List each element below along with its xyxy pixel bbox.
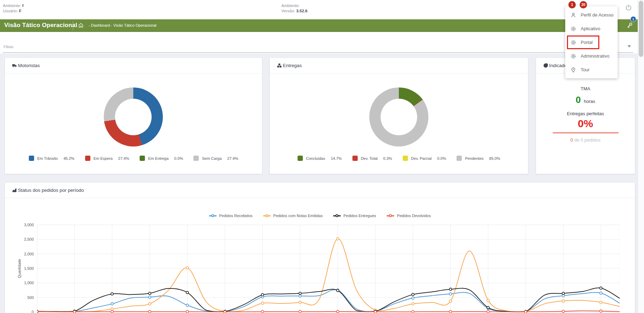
- legend-swatch: [457, 156, 462, 161]
- legend-percent: 14.7%: [331, 156, 342, 161]
- entregas-title: Entregas: [283, 58, 302, 73]
- user-value: F: [19, 9, 21, 13]
- branch-select-underline[interactable]: [3, 52, 633, 53]
- legend-percent: 0.0%: [437, 156, 446, 161]
- settings-dropdown-menu: Perfil de AcessoAplicativoPortalAdminist…: [565, 6, 618, 78]
- branch-select-label: Filiais: [4, 45, 13, 49]
- legend-item: Em Entrega0.0%: [140, 156, 183, 161]
- legend-swatch: [352, 156, 358, 161]
- perfect-deliveries-value: 0%: [536, 118, 635, 130]
- y-axis-tick: 0: [13, 310, 34, 313]
- menu-item-aplicativo[interactable]: Aplicativo: [565, 22, 618, 35]
- dashboard-page: Ambiente: f Usuário: F Ambiente: Versão:…: [0, 0, 644, 313]
- legend-percent: 45.2%: [63, 156, 74, 161]
- donut-hole: [381, 99, 417, 135]
- legend-item: Em Trânsito45.2%: [29, 156, 75, 161]
- pie-icon: [543, 63, 548, 68]
- person-icon: [570, 12, 576, 18]
- indicadores-body: TMA 0 horas Entregas perfeitas 0% 0 de 0…: [536, 73, 635, 143]
- pin-icon: [570, 67, 576, 73]
- chart-legend-item[interactable]: Pedidos Entregues: [333, 214, 376, 218]
- legend-percent: 0.3%: [383, 156, 392, 161]
- legend-swatch: [140, 156, 145, 161]
- menu-item-label: Perfil de Acesso: [581, 12, 613, 18]
- chart-legend-item[interactable]: Pedidos Devolvidos: [387, 214, 431, 218]
- menu-item-label: Administrativo: [581, 53, 610, 59]
- notification-badge-2[interactable]: 20: [580, 1, 587, 8]
- menu-item-tour[interactable]: Tour: [565, 63, 618, 77]
- chart-card-header: Status dos pedidos por período: [5, 183, 635, 198]
- legend-item: Dev. Parcial0.0%: [403, 156, 446, 161]
- orders-count: 0 de 0 pedidos: [536, 137, 635, 143]
- chart-legend-item[interactable]: Pedidos com Notas Emitidas: [263, 214, 323, 218]
- legend-swatch: [29, 156, 34, 161]
- legend-item: Concluidas14.7%: [298, 156, 342, 161]
- entregas-donut-chart: [369, 87, 428, 146]
- entregas-card-header: Entregas: [270, 58, 528, 73]
- series-label: Pedidos Entregues: [343, 214, 376, 218]
- logout-icon[interactable]: [625, 5, 632, 11]
- motoristas-legend: Em Trânsito45.2%Em Espera27.4%Em Entrega…: [5, 156, 262, 161]
- motoristas-title: Motoristas: [18, 58, 40, 73]
- tma-unit: horas: [584, 99, 595, 104]
- gear-icon: [570, 53, 576, 59]
- legend-item: Em Espera27.4%: [85, 156, 129, 161]
- legend-swatch: [298, 156, 303, 161]
- motoristas-card-header: Motoristas: [5, 58, 262, 73]
- legend-swatch: [85, 156, 90, 161]
- series-marker-icon: [333, 214, 341, 217]
- key-icon[interactable]: [626, 22, 633, 29]
- truck-icon: [12, 63, 17, 68]
- legend-item: Dev. Total0.3%: [352, 156, 392, 161]
- chart-legend-item[interactable]: Pedidos Recebidos: [209, 214, 253, 218]
- page-title: Visão Tático Operacional: [4, 22, 77, 29]
- tma-label: TMA: [536, 86, 635, 91]
- chart-icon: [12, 188, 17, 193]
- line-chart: [37, 222, 620, 313]
- y-axis-tick: 2,500: [13, 237, 34, 241]
- series-label: Pedidos Devolvidos: [397, 214, 431, 218]
- boxes-icon: [277, 63, 282, 68]
- entregas-legend: Concluidas14.7%Dev. Total0.3%Dev. Parcia…: [270, 156, 528, 161]
- orders-status-chart-card: Status dos pedidos por período Pedidos R…: [5, 183, 635, 313]
- notification-badge-1[interactable]: 1: [568, 1, 576, 8]
- menu-item-portal[interactable]: Portal: [565, 35, 618, 49]
- y-axis-tick: 2,000: [13, 252, 34, 256]
- legend-label: Pendentes: [465, 156, 484, 161]
- menu-item-perfil-de-acesso[interactable]: Perfil de Acesso: [565, 8, 618, 22]
- entregas-card: Entregas Concluidas14.7%Dev. Total0.3%De…: [270, 58, 528, 174]
- legend-item: Sem Carga27.4%: [193, 156, 238, 161]
- y-axis-tick: 1,000: [13, 281, 34, 285]
- tma-value: 0: [576, 94, 581, 105]
- donut-hole: [115, 99, 152, 135]
- perfect-deliveries-label: Entregas perfeitas: [536, 111, 635, 116]
- center-env-label: Ambiente:: [281, 4, 300, 8]
- menu-item-label: Tour: [581, 67, 589, 72]
- series-marker-icon: [263, 214, 271, 217]
- legend-label: Sem Carga: [202, 156, 222, 161]
- key-badge: 1: [630, 16, 636, 22]
- orders-count-text: de 0 pedidos: [574, 137, 600, 143]
- header-divider: [73, 21, 73, 31]
- user-label: Usuário:: [3, 9, 18, 13]
- legend-swatch: [403, 156, 408, 161]
- y-axis-tick: 3,000: [13, 223, 34, 227]
- y-axis-tick: 1,500: [13, 266, 34, 270]
- chart-legend: Pedidos RecebidosPedidos com Notas Emiti…: [5, 214, 635, 218]
- perfect-deliveries-progress-bar: [553, 132, 619, 133]
- scrollbar-thumb[interactable]: [639, 1, 643, 57]
- chart-title: Status dos pedidos por período: [18, 183, 84, 198]
- home-icon[interactable]: [78, 22, 84, 28]
- legend-label: Em Entrega: [148, 156, 168, 161]
- page-scrollbar: [638, 0, 644, 313]
- menu-item-administrativo[interactable]: Administrativo: [565, 49, 618, 63]
- legend-label: Concluidas: [306, 156, 325, 161]
- legend-item: Pendentes85.0%: [457, 156, 500, 161]
- filter-bar: Filiais: [0, 32, 638, 53]
- chevron-down-icon[interactable]: [627, 45, 631, 47]
- menu-item-label: Aplicativo: [581, 26, 600, 31]
- app-header: Visão Tático Operacional - Dashboard - V…: [0, 19, 638, 32]
- legend-label: Em Trânsito: [37, 156, 58, 161]
- legend-label: Em Espera: [94, 156, 113, 161]
- version-value: 3.52.6: [296, 9, 307, 13]
